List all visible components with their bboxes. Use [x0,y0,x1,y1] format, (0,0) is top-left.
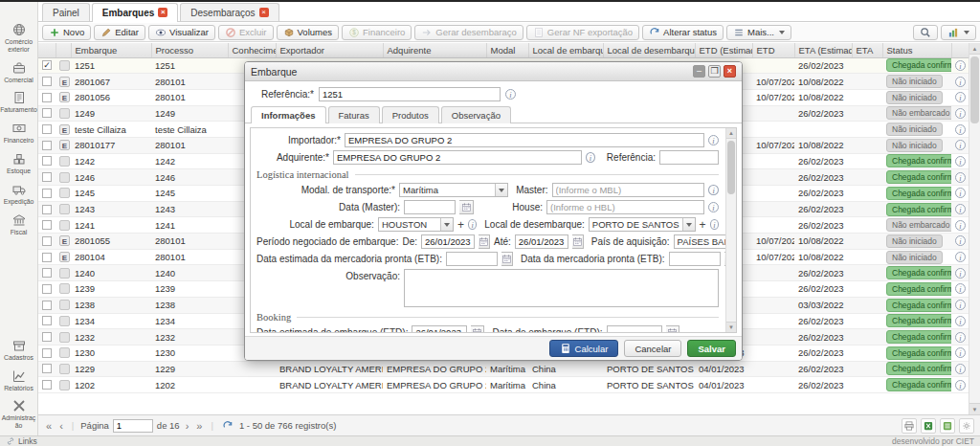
row-info-icon[interactable]: i [955,316,966,326]
row-checkbox[interactable] [42,93,52,102]
info-icon[interactable]: i [586,152,595,163]
row-checkbox[interactable] [42,253,52,262]
calcular-button[interactable]: Calcular [549,340,619,357]
row-info-icon[interactable]: i [955,380,966,390]
tab-painel[interactable]: Painel [42,3,90,21]
row-info-icon[interactable]: i [955,156,966,167]
row-info-icon[interactable]: i [955,204,966,214]
sidebar-item-fiscal[interactable]: Fiscal [0,210,37,240]
row-checkbox[interactable]: ✓ [42,60,52,70]
periodo-de-input[interactable] [421,234,475,249]
calendar-icon[interactable] [666,325,679,333]
info-icon[interactable]: i [708,185,719,195]
master-input[interactable] [552,183,705,197]
next-page-button[interactable]: › [184,420,191,432]
local-desembarque-combo[interactable]: PORTO DE SANTOS [589,217,696,232]
sidebar-item-comercio-exterior[interactable]: Comércio exterior [0,19,37,57]
last-page-button[interactable]: » [194,420,204,432]
row-checkbox[interactable] [42,141,52,150]
row-checkbox[interactable] [42,124,52,134]
calendar-icon[interactable] [479,234,490,249]
search-button[interactable] [913,25,938,40]
data-master-input[interactable] [404,200,456,214]
modal-transporte-combo[interactable]: Marítima [399,183,508,197]
referencia2-input[interactable] [659,150,719,165]
grid-chart-button[interactable] [941,25,976,40]
column-header-empty[interactable] [951,43,969,57]
dialog-titlebar[interactable]: Embarque – ❒ × [245,62,742,81]
dialog-tab-faturas[interactable]: Faturas [328,106,380,123]
column-header-eta[interactable]: ETA [852,43,882,57]
row-info-icon[interactable]: i [955,300,966,310]
row-info-icon[interactable]: i [955,140,966,150]
column-header-conhecimento-de-embarque[interactable]: Conhecimento de embarque [228,43,276,57]
row-info-icon[interactable]: i [955,108,966,119]
row-checkbox[interactable] [42,205,52,214]
row-checkbox[interactable] [42,189,52,198]
info-icon[interactable]: i [708,135,719,145]
visualizar-button[interactable]: Visualizar [148,25,215,40]
column-header-processo[interactable]: Processo [151,43,228,57]
cancelar-button[interactable]: Cancelar [624,340,681,357]
export-excel-icon[interactable] [921,418,936,434]
page-input[interactable] [113,419,153,433]
tab-desembaracos[interactable]: Desembaraços× [180,3,278,21]
row-info-icon[interactable]: i [955,77,966,87]
sidebar-item-comercial[interactable]: Comercial [0,57,37,88]
row-checkbox[interactable] [42,108,52,118]
close-icon[interactable]: × [724,65,736,78]
sidebar-item-financeiro[interactable]: Financeiro [0,118,37,148]
importador-input[interactable] [345,133,704,147]
row-info-icon[interactable]: i [955,235,966,246]
row-checkbox[interactable] [42,77,52,86]
row-info-icon[interactable]: i [955,124,966,135]
row-info-icon[interactable]: i [955,92,966,102]
tab-close-icon[interactable]: × [259,8,269,17]
grid-scrollbar[interactable]: ▲ ▼ [969,43,980,414]
column-header-exportador[interactable]: Exportador [276,43,383,57]
row-info-icon[interactable]: i [955,332,966,343]
row-checkbox[interactable] [42,236,52,246]
row-info-icon[interactable]: i [955,60,966,71]
export-sheet-icon[interactable] [940,418,955,434]
column-header-empty[interactable] [56,43,71,57]
periodo-ate-input[interactable] [515,234,568,249]
row-info-icon[interactable]: i [955,364,966,374]
calendar-icon[interactable] [572,234,584,249]
row-checkbox[interactable] [42,220,52,230]
add-local-icon[interactable]: + [700,219,706,231]
etd-input[interactable] [607,325,662,333]
scroll-up-icon[interactable]: ▲ [969,43,980,55]
editar-button[interactable]: Editar [94,25,145,40]
row-info-icon[interactable]: i [955,252,966,262]
scroll-thumb[interactable] [970,56,979,123]
row-info-icon[interactable]: i [955,347,966,358]
etb-est-input[interactable] [446,252,498,266]
referencia-input[interactable] [319,87,501,101]
first-page-button[interactable]: « [44,420,54,432]
column-header-status[interactable]: Status [882,43,951,57]
row-checkbox[interactable] [42,284,52,294]
info-icon[interactable]: i [505,89,516,100]
sidebar-item-administracao[interactable]: Administração [0,395,37,434]
row-info-icon[interactable]: i [955,283,966,294]
row-checkbox[interactable] [42,380,52,390]
row-checkbox[interactable] [42,172,52,182]
tab-embarques[interactable]: Embarques× [92,3,178,21]
column-header-empty[interactable] [38,43,56,57]
add-local-icon[interactable]: + [457,219,464,231]
row-info-icon[interactable]: i [955,172,966,183]
column-header-adquirente[interactable]: Adquirente [383,43,486,57]
calendar-icon[interactable] [501,252,513,266]
row-checkbox[interactable] [42,156,52,166]
column-header-eta-estimada[interactable]: ETA (Estimada) [794,43,852,57]
info-icon[interactable]: i [468,219,477,230]
calendar-icon[interactable] [471,325,484,333]
restore-icon[interactable]: ❒ [708,65,721,78]
row-checkbox[interactable] [42,301,52,310]
column-header-modal[interactable]: Modal [486,43,528,57]
sidebar-item-expedicao[interactable]: Expedição [0,179,37,210]
refresh-icon[interactable] [220,418,235,434]
sidebar-item-estoque[interactable]: Estoque [0,148,37,179]
row-info-icon[interactable]: i [955,268,966,279]
